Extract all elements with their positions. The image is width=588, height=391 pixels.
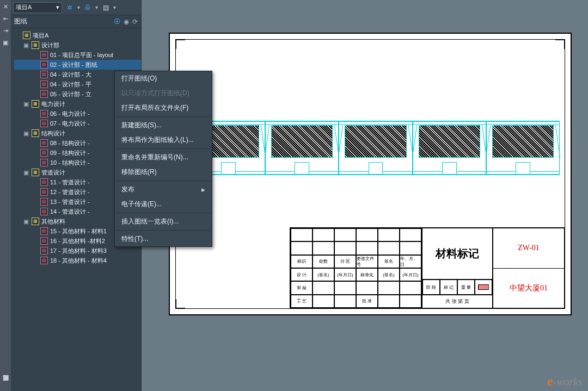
sheet-tree-group[interactable]: ▣▦设计部 [14, 40, 141, 50]
tree-item-label: 管道设计 [41, 167, 65, 177]
context-menu-item[interactable]: 电子传递(E)... [115, 197, 212, 212]
separator-icon: ▾ [95, 4, 98, 10]
menu-item-label: 移除图纸(R) [121, 167, 157, 177]
tree-item-label: 14 - 管道设计 - [50, 207, 90, 216]
menu-item-label: 打开布局所在文件夹(F) [121, 103, 188, 113]
dock-right-icon[interactable]: ⇥ [1, 26, 10, 35]
sheet-tree-item[interactable]: ▤02 - 设计部 - 图纸 [14, 60, 141, 70]
tree-item-label: 11 - 管道设计 - [50, 177, 90, 187]
sheets-panel-title: 图纸 [14, 17, 27, 26]
context-menu-item[interactable]: 新建图纸(S)... [115, 118, 212, 133]
tree-item-label: 07 - 电力设计 - [50, 119, 90, 128]
titleblock-revision-grid: 标识处数分 区更改文件号签名年、月、日 设 计(签名)(年月日)标准化(签名)(… [291, 228, 421, 308]
gear-icon[interactable]: ✲ [64, 2, 75, 13]
tree-item-label: 01 - 项目总平面 - layout [50, 50, 113, 60]
elevation-drawing [192, 121, 560, 175]
sheet-tree-item[interactable]: ▤01 - 项目总平面 - layout [14, 50, 141, 60]
menu-separator [117, 116, 210, 117]
sheet-icon: ▤ [40, 90, 48, 98]
sheet-tree-item[interactable]: ▤18 - 其他材料 - 材料4 [14, 256, 141, 265]
tree-item-label: 09 - 结构设计 - [50, 148, 90, 158]
context-menu-item[interactable]: 移除图纸(R) [115, 165, 212, 179]
folder-icon: ▦ [32, 100, 39, 108]
tree-item-label: 17 - 其他材料 - 材料3 [50, 246, 107, 256]
sheet-tree-group[interactable]: ▦项目A [14, 30, 141, 40]
context-menu-item[interactable]: 重命名并重新编号(N)... [115, 150, 212, 165]
tree-item-label: 10 - 结构设计 - [50, 158, 90, 167]
refresh-icon[interactable]: ⟳ [132, 18, 138, 26]
tree-item-label: 其他材料 [41, 216, 65, 226]
tree-item-label: 02 - 设计部 - 图纸 [50, 60, 97, 70]
menu-item-label: 将布局作为图纸输入(L)... [121, 135, 194, 145]
tree-item-label: 04 - 设计部 - 平 [50, 79, 91, 89]
drawing-code: ZW-01 [493, 228, 564, 269]
titleblock-center: 材料标记 阶 段 标 记 重 量 共 张 第 页 [421, 228, 492, 308]
tree-item-label: 电力设计 [41, 99, 65, 109]
tree-item-label: 13 - 管道设计 - [50, 197, 90, 207]
context-menu-item[interactable]: 将布局作为图纸输入(L)... [115, 133, 212, 147]
frame-corner-bl [175, 299, 185, 309]
folder-icon: ▦ [32, 169, 39, 176]
frame-corner-tr [555, 39, 565, 49]
sheet-icon: ▤ [40, 110, 48, 117]
frame-corner-tl [175, 39, 185, 49]
menu-item-label: 以只读方式打开图纸(D) [121, 89, 189, 98]
eworks-watermark: e-works [547, 374, 583, 389]
context-menu-item[interactable]: 插入图纸一览表(I)... [115, 214, 212, 229]
context-menu-item[interactable]: 打开布局所在文件夹(F) [115, 101, 212, 115]
tree-item-label: 12 - 管道设计 - [50, 187, 90, 197]
tree-item-label: 项目A [33, 30, 48, 40]
context-menu-item[interactable]: 打开图纸(O) [115, 71, 212, 86]
tree-item-label: 18 - 其他材料 - 材料4 [50, 256, 107, 265]
list-icon[interactable]: ▤ [100, 2, 111, 13]
context-menu-item[interactable]: 发布▶ [115, 182, 212, 197]
context-menu-item[interactable]: 特性(T)... [115, 232, 212, 246]
submenu-arrow-icon: ▶ [201, 187, 205, 193]
sheet-icon: ▤ [40, 139, 48, 147]
tree-toggle-icon[interactable]: ▣ [23, 128, 29, 138]
visibility-icon[interactable]: ◉ [124, 18, 129, 26]
tree-item-label: 设计部 [41, 40, 59, 50]
sheet-icon: ▤ [40, 120, 48, 127]
dock-left-icon[interactable]: ⇤ [1, 14, 10, 23]
titleblock-title: 材料标记 [422, 228, 492, 280]
sheet-icon: ▤ [40, 159, 48, 166]
sheet-icon: ▤ [40, 198, 48, 206]
tree-item-label: 04 - 设计部 - 大 [50, 70, 91, 79]
menu-separator [117, 213, 210, 213]
sheet-icon: ▤ [40, 237, 48, 245]
drawing-sheet: 标识处数分 区更改文件号签名年、月、日 设 计(签名)(年月日)标准化(签名)(… [169, 33, 572, 315]
menu-item-label: 重命名并重新编号(N)... [121, 153, 188, 162]
sheet-icon: ▤ [40, 149, 48, 157]
tree-toggle-icon[interactable]: ▣ [23, 40, 29, 50]
sheet-count: 共 张 第 页 [422, 295, 492, 308]
menu-item-label: 发布 [121, 185, 134, 194]
separator-icon: ▾ [113, 4, 116, 10]
scale-hatch-icon [478, 284, 489, 290]
print-icon[interactable]: 🖶 [82, 2, 93, 13]
tree-item-label: 15 - 其他材料 - 材料1 [50, 226, 107, 236]
menu-item-label: 打开图纸(O) [121, 74, 157, 83]
sheet-icon: ▤ [40, 227, 48, 235]
close-icon[interactable]: ✕ [1, 2, 10, 11]
folder-icon: ▦ [23, 32, 30, 39]
menu-separator [117, 230, 210, 231]
project-selector[interactable]: 项目A ▾ [13, 2, 62, 13]
project-name: 中望大厦01 [493, 269, 564, 308]
menu-separator [117, 148, 210, 149]
sheet-icon: ▤ [40, 257, 48, 264]
sheet-tree-item[interactable]: ▤17 - 其他材料 - 材料3 [14, 246, 141, 256]
tree-toggle-icon[interactable]: ▣ [23, 167, 29, 177]
menu-item-label: 插入图纸一览表(I)... [121, 217, 179, 226]
context-menu-item: 以只读方式打开图纸(D) [115, 86, 212, 101]
panel-icon[interactable]: ▣ [1, 38, 10, 47]
sheet-icon: ▤ [40, 51, 48, 59]
menu-separator [117, 181, 210, 181]
tree-item-label: 结构设计 [41, 128, 65, 138]
collapse-all-icon[interactable]: ⦿ [114, 18, 120, 26]
tree-toggle-icon[interactable]: ▣ [23, 216, 29, 226]
tree-item-label: 05 - 设计部 - 立 [50, 89, 91, 99]
tree-toggle-icon[interactable]: ▣ [23, 99, 29, 109]
sheets-panel-header: 图纸 ⦿ ◉ ⟳ [11, 15, 141, 28]
titleblock-right: ZW-01 中望大厦01 [492, 228, 564, 308]
